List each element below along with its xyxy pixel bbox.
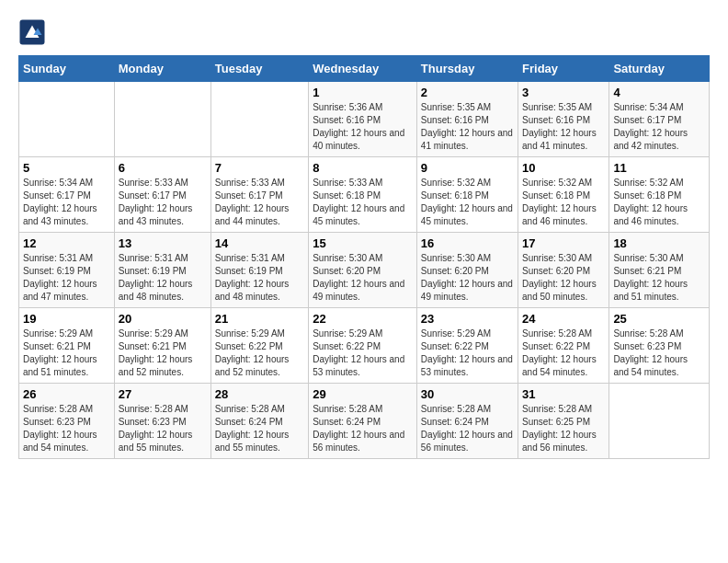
calendar-cell: 25Sunrise: 5:28 AMSunset: 6:23 PMDayligh…: [609, 308, 710, 384]
day-number: 15: [313, 236, 413, 250]
day-number: 23: [421, 312, 514, 326]
day-header-saturday: Saturday: [609, 56, 710, 82]
logo-icon: [18, 18, 46, 46]
calendar-cell: 22Sunrise: 5:29 AMSunset: 6:22 PMDayligh…: [309, 308, 417, 384]
day-number: 7: [215, 161, 304, 175]
day-info: Sunrise: 5:34 AMSunset: 6:17 PMDaylight:…: [613, 101, 705, 153]
calendar-cell: [114, 82, 210, 157]
day-number: 3: [522, 86, 605, 99]
day-number: 18: [613, 236, 705, 250]
calendar-cell: 31Sunrise: 5:28 AMSunset: 6:25 PMDayligh…: [518, 384, 609, 459]
calendar-week-row: 5Sunrise: 5:34 AMSunset: 6:17 PMDaylight…: [19, 157, 710, 233]
day-number: 4: [613, 86, 705, 99]
day-info: Sunrise: 5:29 AMSunset: 6:22 PMDaylight:…: [313, 327, 413, 379]
day-info: Sunrise: 5:30 AMSunset: 6:20 PMDaylight:…: [421, 252, 514, 304]
calendar-cell: 26Sunrise: 5:28 AMSunset: 6:23 PMDayligh…: [19, 384, 115, 459]
day-number: 19: [23, 312, 110, 326]
calendar-header-row: SundayMondayTuesdayWednesdayThursdayFrid…: [19, 56, 710, 82]
day-number: 2: [421, 86, 514, 99]
day-info: Sunrise: 5:28 AMSunset: 6:23 PMDaylight:…: [23, 403, 110, 454]
calendar-cell: 21Sunrise: 5:29 AMSunset: 6:22 PMDayligh…: [210, 308, 308, 384]
day-header-friday: Friday: [518, 56, 609, 82]
calendar-cell: 3Sunrise: 5:35 AMSunset: 6:16 PMDaylight…: [518, 82, 609, 157]
calendar-cell: 20Sunrise: 5:29 AMSunset: 6:21 PMDayligh…: [114, 308, 210, 384]
day-number: 1: [313, 86, 413, 99]
day-info: Sunrise: 5:28 AMSunset: 6:24 PMDaylight:…: [421, 403, 514, 454]
day-info: Sunrise: 5:28 AMSunset: 6:24 PMDaylight:…: [215, 403, 304, 454]
day-info: Sunrise: 5:28 AMSunset: 6:23 PMDaylight:…: [119, 403, 207, 454]
day-number: 6: [119, 161, 207, 175]
day-info: Sunrise: 5:35 AMSunset: 6:16 PMDaylight:…: [522, 101, 605, 153]
day-info: Sunrise: 5:31 AMSunset: 6:19 PMDaylight:…: [23, 252, 110, 304]
day-info: Sunrise: 5:29 AMSunset: 6:21 PMDaylight:…: [23, 327, 110, 379]
calendar-cell: [609, 384, 710, 459]
day-number: 31: [522, 387, 605, 401]
calendar-week-row: 12Sunrise: 5:31 AMSunset: 6:19 PMDayligh…: [19, 233, 710, 308]
calendar-cell: 17Sunrise: 5:30 AMSunset: 6:20 PMDayligh…: [518, 233, 609, 308]
day-info: Sunrise: 5:36 AMSunset: 6:16 PMDaylight:…: [313, 101, 413, 153]
day-number: 12: [23, 236, 110, 250]
calendar-cell: 18Sunrise: 5:30 AMSunset: 6:21 PMDayligh…: [609, 233, 710, 308]
day-number: 11: [613, 161, 705, 175]
calendar-cell: 9Sunrise: 5:32 AMSunset: 6:18 PMDaylight…: [416, 157, 518, 233]
day-info: Sunrise: 5:29 AMSunset: 6:22 PMDaylight:…: [421, 327, 514, 379]
calendar-cell: 19Sunrise: 5:29 AMSunset: 6:21 PMDayligh…: [19, 308, 115, 384]
day-number: 28: [215, 387, 304, 401]
calendar-week-row: 26Sunrise: 5:28 AMSunset: 6:23 PMDayligh…: [19, 384, 710, 459]
logo: [18, 18, 50, 46]
day-info: Sunrise: 5:33 AMSunset: 6:17 PMDaylight:…: [215, 177, 304, 228]
day-number: 25: [613, 312, 705, 326]
day-number: 9: [421, 161, 514, 175]
day-header-wednesday: Wednesday: [309, 56, 417, 82]
calendar-week-row: 19Sunrise: 5:29 AMSunset: 6:21 PMDayligh…: [19, 308, 710, 384]
day-number: 20: [119, 312, 207, 326]
day-info: Sunrise: 5:32 AMSunset: 6:18 PMDaylight:…: [522, 177, 605, 228]
day-info: Sunrise: 5:32 AMSunset: 6:18 PMDaylight:…: [421, 177, 514, 228]
day-info: Sunrise: 5:33 AMSunset: 6:17 PMDaylight:…: [119, 177, 207, 228]
calendar-cell: 24Sunrise: 5:28 AMSunset: 6:22 PMDayligh…: [518, 308, 609, 384]
day-number: 14: [215, 236, 304, 250]
calendar-cell: 12Sunrise: 5:31 AMSunset: 6:19 PMDayligh…: [19, 233, 115, 308]
page-header: [18, 18, 710, 46]
day-number: 8: [313, 161, 413, 175]
day-info: Sunrise: 5:35 AMSunset: 6:16 PMDaylight:…: [421, 101, 514, 153]
day-info: Sunrise: 5:31 AMSunset: 6:19 PMDaylight:…: [119, 252, 207, 304]
day-header-thursday: Thursday: [416, 56, 518, 82]
calendar-cell: 23Sunrise: 5:29 AMSunset: 6:22 PMDayligh…: [416, 308, 518, 384]
day-number: 13: [119, 236, 207, 250]
day-number: 10: [522, 161, 605, 175]
day-info: Sunrise: 5:30 AMSunset: 6:20 PMDaylight:…: [522, 252, 605, 304]
day-info: Sunrise: 5:28 AMSunset: 6:22 PMDaylight:…: [522, 327, 605, 379]
calendar-cell: 8Sunrise: 5:33 AMSunset: 6:18 PMDaylight…: [309, 157, 417, 233]
calendar-cell: 4Sunrise: 5:34 AMSunset: 6:17 PMDaylight…: [609, 82, 710, 157]
day-info: Sunrise: 5:28 AMSunset: 6:25 PMDaylight:…: [522, 403, 605, 454]
day-number: 17: [522, 236, 605, 250]
day-info: Sunrise: 5:30 AMSunset: 6:21 PMDaylight:…: [613, 252, 705, 304]
calendar-cell: 5Sunrise: 5:34 AMSunset: 6:17 PMDaylight…: [19, 157, 115, 233]
day-header-sunday: Sunday: [19, 56, 115, 82]
day-number: 24: [522, 312, 605, 326]
calendar-cell: 15Sunrise: 5:30 AMSunset: 6:20 PMDayligh…: [309, 233, 417, 308]
day-info: Sunrise: 5:30 AMSunset: 6:20 PMDaylight:…: [313, 252, 413, 304]
day-number: 27: [119, 387, 207, 401]
calendar-cell: 29Sunrise: 5:28 AMSunset: 6:24 PMDayligh…: [309, 384, 417, 459]
calendar-cell: 6Sunrise: 5:33 AMSunset: 6:17 PMDaylight…: [114, 157, 210, 233]
calendar-cell: [19, 82, 115, 157]
day-number: 21: [215, 312, 304, 326]
day-number: 30: [421, 387, 514, 401]
day-number: 5: [23, 161, 110, 175]
day-number: 29: [313, 387, 413, 401]
day-number: 26: [23, 387, 110, 401]
calendar-table: SundayMondayTuesdayWednesdayThursdayFrid…: [18, 55, 710, 459]
calendar-cell: [210, 82, 308, 157]
calendar-cell: 7Sunrise: 5:33 AMSunset: 6:17 PMDaylight…: [210, 157, 308, 233]
calendar-cell: 13Sunrise: 5:31 AMSunset: 6:19 PMDayligh…: [114, 233, 210, 308]
day-info: Sunrise: 5:32 AMSunset: 6:18 PMDaylight:…: [613, 177, 705, 228]
day-info: Sunrise: 5:31 AMSunset: 6:19 PMDaylight:…: [215, 252, 304, 304]
calendar-cell: 11Sunrise: 5:32 AMSunset: 6:18 PMDayligh…: [609, 157, 710, 233]
day-info: Sunrise: 5:28 AMSunset: 6:23 PMDaylight:…: [613, 327, 705, 379]
calendar-cell: 28Sunrise: 5:28 AMSunset: 6:24 PMDayligh…: [210, 384, 308, 459]
day-number: 16: [421, 236, 514, 250]
day-number: 22: [313, 312, 413, 326]
calendar-cell: 1Sunrise: 5:36 AMSunset: 6:16 PMDaylight…: [309, 82, 417, 157]
